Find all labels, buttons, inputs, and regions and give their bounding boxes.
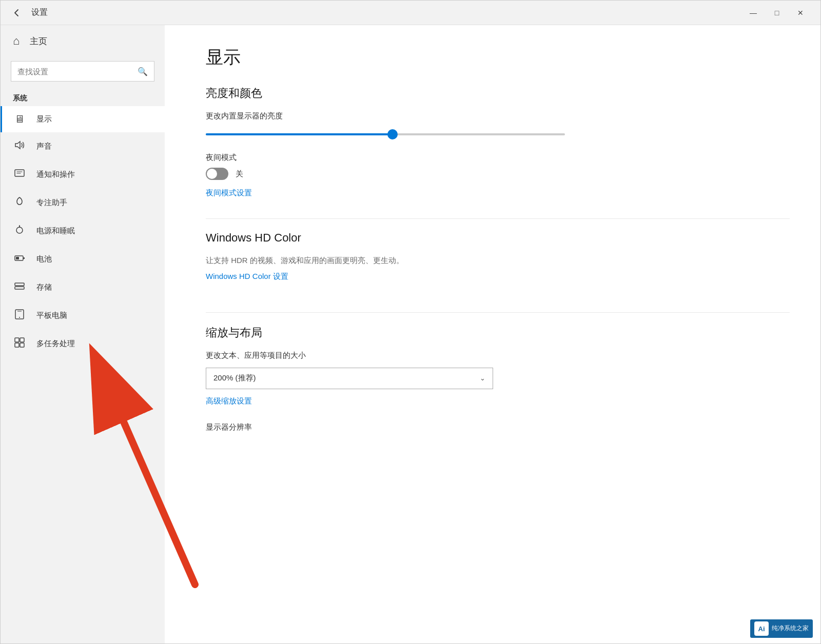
sidebar-item-display[interactable]: 🖥 显示 (1, 106, 165, 132)
sidebar-item-storage-label: 存储 (36, 283, 52, 292)
night-mode-status: 关 (236, 169, 243, 179)
hdr-heading: Windows HD Color (206, 231, 790, 245)
svg-point-8 (19, 317, 20, 318)
svg-rect-5 (15, 283, 24, 286)
svg-rect-3 (23, 257, 25, 259)
window-title: 设置 (31, 7, 48, 18)
sidebar-item-sound[interactable]: 声音 (1, 132, 165, 160)
scale-heading: 缩放与布局 (206, 325, 790, 340)
sidebar-item-multitask[interactable]: 多任务处理 (1, 330, 165, 358)
power-icon (13, 224, 26, 238)
sidebar-item-tablet[interactable]: 平板电脑 (1, 301, 165, 330)
sidebar-item-display-label: 显示 (36, 114, 52, 124)
sidebar-item-notifications-label: 通知和操作 (36, 170, 75, 179)
main-layout: ⌂ 主页 🔍 系统 🖥 显示 (1, 25, 820, 643)
back-button[interactable] (9, 5, 25, 21)
window-controls: — □ ✕ (741, 1, 812, 25)
slider-fill (206, 133, 393, 135)
page-title: 显示 (206, 46, 790, 69)
night-mode-section: 夜间模式 关 夜间模式设置 (206, 153, 790, 214)
minimize-button[interactable]: — (741, 1, 765, 25)
notifications-icon (13, 168, 26, 182)
hdr-section: Windows HD Color 让支持 HDR 的视频、游戏和应用的画面更明亮… (206, 231, 790, 298)
sidebar-item-multitask-label: 多任务处理 (36, 339, 75, 349)
search-icon[interactable]: 🔍 (138, 67, 148, 76)
content-area: 显示 亮度和颜色 更改内置显示器的亮度 夜间模式 关 夜间模 (165, 25, 820, 643)
svg-rect-12 (15, 343, 19, 347)
brightness-label: 更改内置显示器的亮度 (206, 111, 790, 121)
search-container: 🔍 (1, 57, 165, 90)
sidebar-item-battery[interactable]: 电池 (1, 245, 165, 273)
brightness-section-heading: 亮度和颜色 (206, 86, 790, 101)
sound-icon (13, 139, 26, 153)
sidebar-item-notifications[interactable]: 通知和操作 (1, 160, 165, 189)
brightness-slider[interactable] (206, 128, 565, 140)
search-input[interactable] (17, 67, 138, 76)
scale-section: 缩放与布局 更改文本、应用等项目的大小 200% (推荐) ⌄ 高级缩放设置 显… (206, 325, 790, 432)
search-box[interactable]: 🔍 (11, 61, 154, 82)
slider-thumb[interactable] (387, 129, 398, 139)
sidebar-item-power-label: 电源和睡眠 (36, 226, 75, 236)
chevron-down-icon: ⌄ (480, 374, 485, 382)
multitask-icon (13, 337, 26, 351)
svg-point-1 (16, 227, 23, 233)
home-icon: ⌂ (13, 34, 19, 48)
focus-icon (13, 196, 26, 210)
scale-dropdown-row: 200% (推荐) ⌄ (206, 368, 790, 389)
divider-1 (206, 218, 790, 219)
title-bar: 设置 — □ ✕ (1, 1, 820, 25)
svg-rect-13 (20, 343, 24, 347)
storage-icon (13, 280, 26, 294)
hdr-settings-link[interactable]: Windows HD Color 设置 (206, 272, 288, 281)
night-mode-settings-link[interactable]: 夜间模式设置 (206, 188, 252, 198)
settings-window: 设置 — □ ✕ ⌂ 主页 🔍 系统 (0, 0, 821, 644)
sidebar-item-focus-label: 专注助手 (36, 198, 67, 208)
display-icon: 🖥 (13, 113, 26, 125)
sidebar-item-focus[interactable]: 专注助手 (1, 189, 165, 217)
svg-rect-4 (16, 257, 19, 259)
sidebar-item-tablet-label: 平板电脑 (36, 311, 67, 320)
sidebar-item-storage[interactable]: 存储 (1, 273, 165, 301)
close-button[interactable]: ✕ (789, 1, 812, 25)
hdr-description: 让支持 HDR 的视频、游戏和应用的画面更明亮、更生动。 (206, 255, 790, 267)
night-mode-label: 夜间模式 (206, 153, 790, 163)
sidebar-item-sound-label: 声音 (36, 142, 52, 151)
toggle-row: 关 (206, 168, 790, 180)
maximize-button[interactable]: □ (765, 1, 789, 25)
scale-dropdown-value: 200% (推荐) (213, 373, 256, 383)
battery-icon (13, 252, 26, 266)
svg-rect-10 (15, 338, 19, 342)
watermark-text: 纯净系统之家 (772, 625, 809, 633)
watermark: Ai 纯净系统之家 (750, 619, 813, 638)
resolution-label: 显示器分辨率 (206, 422, 790, 432)
scale-dropdown[interactable]: 200% (推荐) ⌄ (206, 368, 493, 389)
sidebar-home[interactable]: ⌂ 主页 (1, 25, 165, 57)
watermark-icon: Ai (754, 621, 769, 636)
sidebar-item-power[interactable]: 电源和睡眠 (1, 217, 165, 245)
tablet-icon (13, 309, 26, 323)
night-mode-toggle[interactable] (206, 168, 228, 180)
toggle-knob (207, 169, 217, 179)
sidebar-home-label: 主页 (30, 35, 47, 47)
sidebar: ⌂ 主页 🔍 系统 🖥 显示 (1, 25, 165, 643)
advanced-scale-link[interactable]: 高级缩放设置 (206, 396, 252, 406)
svg-rect-6 (15, 287, 24, 289)
divider-2 (206, 312, 790, 313)
scale-label: 更改文本、应用等项目的大小 (206, 351, 790, 360)
svg-rect-11 (20, 338, 24, 342)
sidebar-section-system: 系统 (1, 90, 165, 106)
sidebar-item-battery-label: 电池 (36, 254, 52, 264)
slider-track (206, 133, 565, 135)
